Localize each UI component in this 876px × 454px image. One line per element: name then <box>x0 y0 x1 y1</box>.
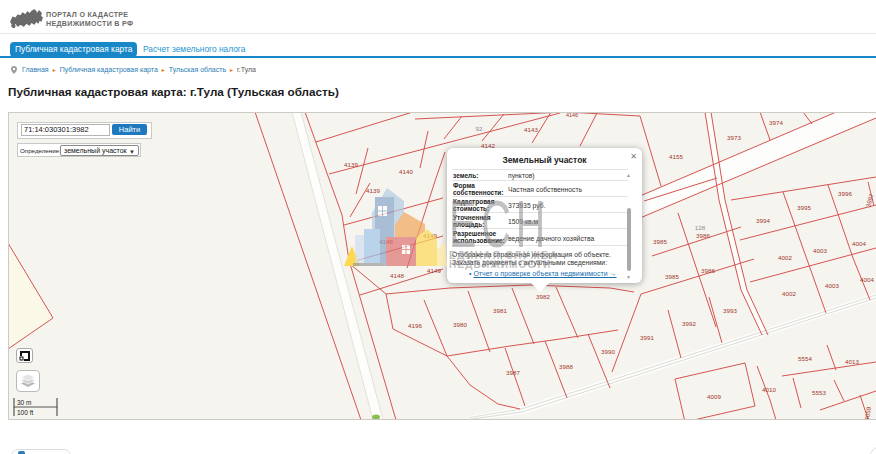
svg-text:100 ft: 100 ft <box>17 409 33 416</box>
svg-text:3987: 3987 <box>506 369 520 376</box>
svg-text:3991: 3991 <box>640 334 654 341</box>
svg-text:92: 92 <box>476 125 483 132</box>
svg-text:4196: 4196 <box>408 322 422 329</box>
svg-text:4003: 4003 <box>813 247 827 254</box>
svg-text:4004: 4004 <box>860 276 874 283</box>
svg-text:3986: 3986 <box>701 267 715 274</box>
svg-text:3982: 3982 <box>536 293 550 300</box>
svg-text:4013: 4013 <box>845 358 859 365</box>
svg-text:3986: 3986 <box>696 232 710 239</box>
svg-text:4146: 4146 <box>566 113 578 118</box>
svg-text:3996: 3996 <box>838 190 852 197</box>
svg-text:3985: 3985 <box>665 273 679 280</box>
svg-text:4009: 4009 <box>707 393 721 400</box>
svg-text:30 m: 30 m <box>17 399 31 406</box>
svg-text:128: 128 <box>695 224 706 231</box>
svg-text:4004: 4004 <box>852 240 866 247</box>
svg-text:4155: 4155 <box>669 153 683 160</box>
svg-text:3985: 3985 <box>653 238 667 245</box>
svg-text:3993: 3993 <box>723 307 737 314</box>
svg-text:4148: 4148 <box>390 272 404 279</box>
svg-text:3992: 3992 <box>682 320 696 327</box>
svg-text:4140: 4140 <box>399 168 413 175</box>
svg-text:3994: 3994 <box>756 217 770 224</box>
svg-text:3990: 3990 <box>601 348 615 355</box>
svg-text:4002: 4002 <box>782 290 796 297</box>
svg-text:3981: 3981 <box>493 307 507 314</box>
svg-text:4003: 4003 <box>825 282 839 289</box>
svg-text:3980: 3980 <box>453 321 467 328</box>
svg-text:4143: 4143 <box>524 126 538 133</box>
svg-text:4002: 4002 <box>778 254 792 261</box>
svg-text:3974: 3974 <box>769 119 783 126</box>
svg-text:3988: 3988 <box>559 363 573 370</box>
svg-text:3973: 3973 <box>727 134 741 141</box>
svg-text:4010: 4010 <box>762 386 776 393</box>
svg-text:5553: 5553 <box>812 389 826 396</box>
svg-text:5554: 5554 <box>798 355 812 362</box>
svg-text:4139: 4139 <box>344 161 358 168</box>
svg-text:НЕДВИЖИМОСТИ: НЕДВИЖИМОСТИ <box>449 259 551 270</box>
svg-text:3995: 3995 <box>797 204 811 211</box>
